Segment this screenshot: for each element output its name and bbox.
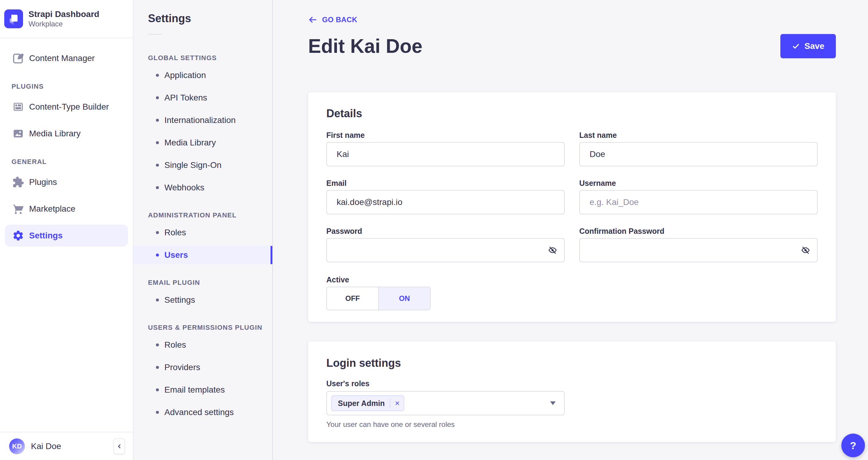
- subnav-item-email-settings[interactable]: Settings: [133, 291, 272, 309]
- role-tag-label: Super Admin: [338, 399, 385, 408]
- strapi-admin-app: Strapi Dashboard Workplace Content Manag…: [0, 0, 868, 460]
- bullet-icon: [156, 366, 159, 369]
- page-header: Edit Kai Doe Save: [308, 34, 836, 58]
- subnav-section-email-plugin: EMAIL PLUGIN: [133, 279, 272, 287]
- sidebar-item-label: Media Library: [29, 129, 81, 139]
- subnav-item-label: Internationalization: [164, 115, 236, 125]
- main-content: GO BACK Edit Kai Doe Save Details First …: [273, 0, 868, 460]
- subnav-item-email-templates[interactable]: Email templates: [133, 381, 272, 399]
- workspace-title-block: Strapi Dashboard Workplace: [29, 9, 99, 28]
- cart-icon: [11, 202, 25, 215]
- toggle-off-option[interactable]: OFF: [327, 287, 378, 310]
- subnav-item-api-tokens[interactable]: API Tokens: [133, 89, 272, 107]
- bullet-icon: [156, 141, 159, 144]
- email-field-group: Email: [326, 179, 565, 214]
- strapi-logo-icon[interactable]: [4, 9, 23, 28]
- password-input[interactable]: [326, 238, 565, 262]
- subnav-item-advanced-settings[interactable]: Advanced settings: [133, 403, 272, 422]
- role-tag: Super Admin: [331, 395, 404, 411]
- sidebar-item-media-library[interactable]: Media Library: [5, 123, 128, 145]
- subnav-section-users-permissions-plugin: USERS & PERMISSIONS PLUGIN: [133, 324, 272, 332]
- toggle-password-visibility-button[interactable]: [548, 245, 557, 255]
- subnav-item-admin-users[interactable]: Users: [133, 246, 272, 264]
- sidebar-item-label: Plugins: [29, 177, 57, 187]
- sidebar-item-label: Content-Type Builder: [29, 102, 109, 112]
- subnav-title-divider: [148, 34, 162, 35]
- confirmation-password-field-group: Confirmation Password: [579, 227, 818, 262]
- first-name-field-group: First name: [326, 131, 565, 166]
- bullet-icon: [156, 411, 159, 414]
- bullet-icon: [156, 298, 159, 301]
- user-roles-select[interactable]: Super Admin: [326, 391, 565, 415]
- sidebar-item-content-manager[interactable]: Content Manager: [5, 47, 128, 69]
- confirmation-password-input[interactable]: [579, 238, 818, 262]
- chevron-down-icon: [550, 401, 556, 405]
- workspace-header: Strapi Dashboard Workplace: [0, 0, 133, 38]
- remove-role-button[interactable]: [393, 399, 401, 407]
- email-label: Email: [326, 179, 565, 187]
- bullet-icon: [156, 343, 159, 346]
- bullet-icon: [156, 231, 159, 234]
- subnav-item-providers[interactable]: Providers: [133, 358, 272, 376]
- toggle-confirmation-password-visibility-button[interactable]: [801, 245, 810, 255]
- sidebar-collapse-button[interactable]: [114, 438, 125, 454]
- details-card: Details First name Last name Email Usern…: [308, 92, 836, 322]
- subnav-item-webhooks[interactable]: Webhooks: [133, 178, 272, 197]
- sidebar-item-settings[interactable]: Settings: [5, 225, 128, 247]
- subnav-item-label: Media Library: [164, 138, 216, 148]
- eye-off-icon: [801, 245, 810, 255]
- last-name-input[interactable]: [579, 142, 818, 166]
- subnav-item-admin-roles[interactable]: Roles: [133, 224, 272, 242]
- sidebar-nav: Content Manager PLUGINS Content-Type Bui…: [0, 38, 133, 432]
- arrow-left-icon: [308, 15, 317, 24]
- avatar[interactable]: KD: [9, 438, 25, 454]
- main-sidebar: Strapi Dashboard Workplace Content Manag…: [0, 0, 133, 460]
- email-input[interactable]: [326, 190, 565, 214]
- bullet-icon: [156, 389, 159, 392]
- sidebar-item-plugins[interactable]: Plugins: [5, 171, 128, 193]
- subnav-item-label: Single Sign-On: [164, 160, 221, 170]
- username-input[interactable]: [579, 190, 818, 214]
- sidebar-item-label: Settings: [29, 231, 62, 240]
- feather-icon: [11, 52, 25, 65]
- settings-subnav: Settings GLOBAL SETTINGS Application API…: [133, 0, 273, 460]
- sidebar-user-footer: KD Kai Doe: [0, 432, 133, 460]
- subnav-title: Settings: [148, 12, 272, 25]
- subnav-item-internationalization[interactable]: Internationalization: [133, 111, 272, 130]
- toggle-on-option[interactable]: ON: [378, 287, 430, 310]
- subnav-item-application[interactable]: Application: [133, 66, 272, 84]
- subnav-item-label: Application: [164, 70, 206, 80]
- image-icon: [11, 127, 25, 140]
- subnav-item-label: Email templates: [164, 385, 225, 395]
- bullet-icon: [156, 119, 159, 122]
- first-name-label: First name: [326, 131, 565, 139]
- close-icon: [395, 401, 400, 406]
- help-button[interactable]: ?: [841, 434, 865, 457]
- subnav-item-label: Roles: [164, 228, 186, 237]
- password-label: Password: [326, 227, 565, 235]
- sidebar-item-marketplace[interactable]: Marketplace: [5, 198, 128, 220]
- user-roles-label: User's roles: [326, 379, 818, 387]
- confirmation-password-label: Confirmation Password: [579, 227, 818, 235]
- subnav-section-global-settings: GLOBAL SETTINGS: [133, 54, 272, 62]
- bullet-icon: [156, 74, 159, 77]
- subnav-item-media-library[interactable]: Media Library: [133, 134, 272, 152]
- active-toggle: OFF ON: [326, 287, 431, 310]
- sidebar-item-content-type-builder[interactable]: Content-Type Builder: [5, 96, 128, 118]
- subnav-item-label: Roles: [164, 340, 186, 350]
- tag-divider: [390, 399, 390, 408]
- subnav-item-up-roles[interactable]: Roles: [133, 336, 272, 354]
- subnav-item-label: Settings: [164, 295, 195, 305]
- last-name-field-group: Last name: [579, 131, 818, 166]
- go-back-link[interactable]: GO BACK: [308, 15, 357, 24]
- workspace-title: Strapi Dashboard: [29, 9, 99, 19]
- layout-icon: [11, 100, 25, 114]
- bullet-icon: [156, 254, 159, 257]
- save-button[interactable]: Save: [780, 34, 836, 58]
- subnav-item-label: Providers: [164, 363, 200, 372]
- details-heading: Details: [326, 108, 818, 119]
- subnav-item-single-sign-on[interactable]: Single Sign-On: [133, 156, 272, 174]
- first-name-input[interactable]: [326, 142, 565, 166]
- roles-helper-text: Your user can have one or several roles: [326, 421, 818, 428]
- password-field-group: Password: [326, 227, 565, 262]
